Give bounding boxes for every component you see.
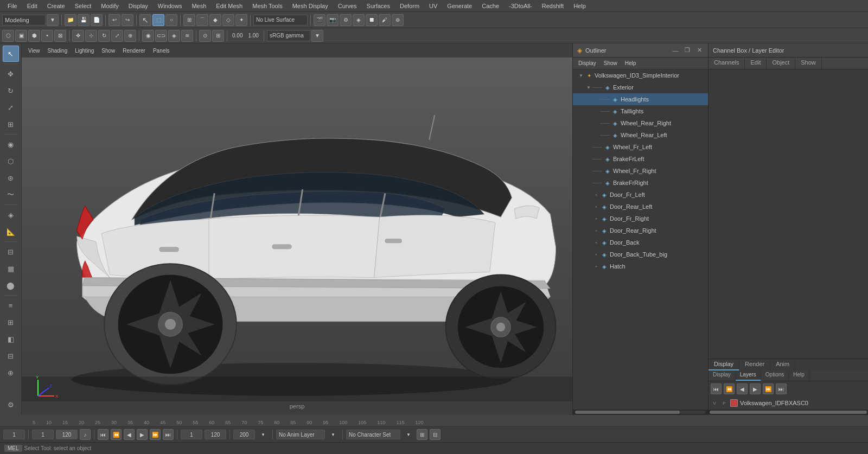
menu-create[interactable]: Create [43, 2, 69, 10]
scale-btn[interactable]: ⤢ [111, 30, 123, 42]
brake-fr-right-item[interactable]: —— ◈ BrakeFrRight [573, 177, 708, 189]
color-tool-btn[interactable]: ⬤ [3, 277, 19, 293]
show-manipulator-btn[interactable]: ⊕ [124, 30, 136, 42]
door-back-expand[interactable]: + [592, 239, 600, 246]
menu-curves[interactable]: Curves [334, 2, 361, 10]
move-btn[interactable]: ⊹ [85, 30, 97, 42]
snap-grid-btn[interactable]: ⊞ [183, 14, 195, 26]
step-forward-btn[interactable]: ⏩ [150, 429, 161, 440]
menu-redshift[interactable]: Redshift [538, 2, 568, 10]
mode-dropdown[interactable]: Modeling [2, 15, 46, 25]
snap-curve-btn[interactable]: ⌒ [196, 14, 208, 26]
car-scene[interactable]: X Y Z [22, 57, 572, 415]
loop-btn[interactable]: ⊞ [212, 30, 224, 42]
skip-to-start-btn[interactable]: ⏮ [98, 429, 108, 440]
door-tube-expand[interactable]: + [592, 251, 600, 258]
xgen-btn[interactable]: ⊛ [392, 14, 404, 26]
door-rr-expand[interactable]: + [592, 227, 600, 234]
options-btn[interactable]: ⚙ [340, 14, 352, 26]
lasso-tool-btn[interactable]: ⬡ [3, 153, 19, 169]
time-ruler[interactable]: 5 10 15 20 25 30 35 40 45 50 55 60 65 70… [0, 415, 868, 427]
extra-tool-5[interactable]: ⊕ [3, 365, 19, 381]
audio-toggle-btn[interactable]: ♪ [80, 429, 91, 440]
shading-menu[interactable]: Shading [44, 47, 71, 55]
select-btn[interactable]: ↖ [139, 14, 151, 26]
extra-tool-1[interactable]: ≡ [3, 297, 19, 314]
anim-end-arrow[interactable]: ▼ [257, 429, 269, 440]
snap-surface-btn[interactable]: ◇ [222, 14, 234, 26]
layer-step-back-btn[interactable]: ⏪ [724, 383, 735, 394]
render-tab[interactable]: Render [739, 359, 770, 370]
door-rear-left-item[interactable]: + ◈ Door_Rear_Left [573, 201, 708, 213]
outliner-minimize-btn[interactable]: — [671, 46, 680, 55]
hatch-expand[interactable]: + [592, 263, 600, 270]
outliner-restore-btn[interactable]: ❐ [683, 46, 692, 55]
soft-sel-tool-btn[interactable]: ◉ [3, 136, 19, 152]
undo-btn[interactable]: ↩ [108, 14, 120, 26]
extra-tool-4[interactable]: ⊟ [3, 348, 19, 364]
uv-mode-btn[interactable]: ⊠ [54, 30, 66, 42]
panels-menu[interactable]: Panels [150, 47, 173, 55]
paint-tool-btn[interactable]: ⊛ [3, 170, 19, 186]
menu-generate[interactable]: Generate [443, 2, 476, 10]
play-forward-btn[interactable]: ▶ [137, 429, 148, 440]
menu-surfaces[interactable]: Surfaces [362, 2, 394, 10]
door-fr-left-item[interactable]: + ◈ Door_Fr_Left [573, 189, 708, 201]
symmetry-btn[interactable]: ⊂⊃ [155, 30, 167, 42]
soft-tool-btn[interactable]: ◈ [168, 30, 180, 42]
edge-mode-btn[interactable]: ⬢ [28, 30, 40, 42]
layer-skip-start-btn[interactable]: ⏮ [711, 383, 722, 394]
vert-mode-btn[interactable]: • [41, 30, 53, 42]
lighting-menu[interactable]: Lighting [72, 47, 97, 55]
menu-display[interactable]: Display [124, 2, 152, 10]
play-backward-btn[interactable]: ◀ [124, 429, 135, 440]
open-file-btn[interactable]: 📁 [65, 14, 76, 26]
render-btn[interactable]: 🎬 [314, 14, 326, 26]
measure-tool-btn[interactable]: 📐 [3, 223, 19, 240]
h-scroll-track[interactable] [575, 411, 706, 414]
door-rear-right-item[interactable]: + ◈ Door_Rear_Right [573, 225, 708, 236]
door-fr-expand[interactable]: + [592, 215, 600, 222]
outliner-content[interactable]: ▼ ✦ Volkswagen_ID3_SimpleInterior ▼ —— ◈… [573, 69, 708, 410]
menu-edit-mesh[interactable]: Edit Mesh [212, 2, 247, 10]
gamma-arrow[interactable]: ▼ [311, 30, 323, 42]
universal-tool-btn[interactable]: ⊞ [3, 116, 19, 132]
menu-help[interactable]: Help [569, 2, 590, 10]
door-fr-right-item[interactable]: + ◈ Door_Fr_Right [573, 213, 708, 225]
menu-windows[interactable]: Windows [154, 2, 187, 10]
soft-sel-btn[interactable]: ◉ [142, 30, 154, 42]
char-set-btn2[interactable]: ⊟ [430, 429, 441, 440]
object-tab[interactable]: Object [767, 57, 795, 69]
char-set-btn1[interactable]: ⊞ [417, 429, 427, 440]
paint-btn[interactable]: 🖌 [379, 14, 391, 26]
help-sub-tab[interactable]: Help [789, 370, 809, 381]
show-menu[interactable]: Show [98, 47, 118, 55]
face-mode-btn[interactable]: ▣ [15, 30, 27, 42]
rotate-btn[interactable]: ↻ [98, 30, 110, 42]
exterior-group-item[interactable]: ▼ —— ◈ Exterior [573, 81, 708, 93]
step-back-btn[interactable]: ⏪ [111, 429, 122, 440]
isolate-btn[interactable]: ⊙ [199, 30, 211, 42]
view-menu[interactable]: View [25, 47, 43, 55]
hypershade-btn[interactable]: ◈ [353, 14, 365, 26]
channels-tab[interactable]: Channels [709, 57, 745, 69]
wheel-rear-left-item[interactable]: —— ◈ Wheel_Rear_Left [573, 129, 708, 141]
menu-modify[interactable]: Modify [97, 2, 123, 10]
viewport[interactable]: View Shading Lighting Show Renderer Pane… [22, 43, 572, 415]
layer-skip-end-btn[interactable]: ⏭ [776, 383, 787, 394]
outliner-h-scrollbar[interactable] [573, 410, 708, 415]
hatch-item[interactable]: + ◈ Hatch [573, 260, 708, 272]
snap-live-btn[interactable]: ✦ [235, 14, 247, 26]
h-scroll-thumb[interactable] [575, 411, 680, 414]
renderer-menu[interactable]: Renderer [119, 47, 149, 55]
menu-mesh-display[interactable]: Mesh Display [288, 2, 333, 10]
layers-sub-tab[interactable]: Layers [736, 370, 761, 381]
move-tool-btn[interactable]: ✥ [3, 66, 19, 82]
door-rl-expand[interactable]: + [592, 203, 600, 210]
menu-select[interactable]: Select [71, 2, 96, 10]
redo-btn[interactable]: ↪ [122, 14, 133, 26]
layer-play-btn[interactable]: ▶ [750, 383, 761, 394]
select-region-btn[interactable]: ⬚ [152, 14, 164, 26]
anim-tab[interactable]: Anim [770, 359, 795, 370]
obj-mode-btn[interactable]: ⬡ [2, 30, 14, 42]
